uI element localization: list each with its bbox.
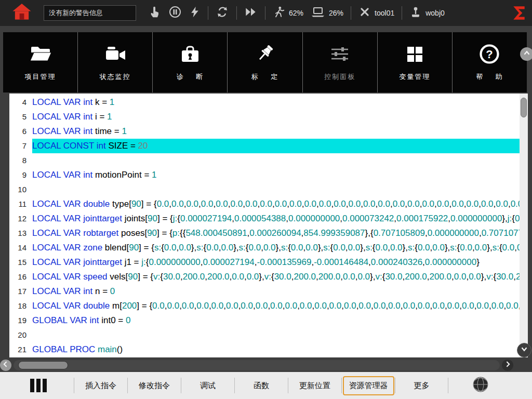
menu-item-label: 调试 [200, 381, 216, 391]
line-number: 12 [9, 211, 32, 226]
tool-selector[interactable]: tool01 [358, 6, 394, 20]
loop-mode-button[interactable] [216, 5, 229, 21]
menu-item-debug[interactable]: 调试 [181, 378, 234, 393]
bottom-menu-bar: 插入指令 修改指令 调试 函数 更新位置 资源管理器 更多 [0, 372, 532, 399]
line-number: 8 [9, 153, 32, 168]
home-button[interactable] [10, 3, 33, 23]
code-line[interactable]: 14LOCAL VAR zone blend[90] = {s:{0.0,0.0… [9, 241, 520, 255]
line-number: 17 [9, 284, 32, 299]
menu-item-more[interactable]: 更多 [395, 378, 448, 393]
vertical-scrollbar[interactable] [520, 94, 528, 357]
system-load-value: 26% [329, 9, 343, 17]
toolbar-item-variable-management[interactable]: 变量管理 [377, 32, 452, 92]
hand-teach-button[interactable] [149, 6, 161, 20]
code-line[interactable]: 10 [9, 182, 520, 197]
scroll-right-button[interactable] [502, 360, 513, 371]
workobject-selector[interactable]: wobj0 [409, 5, 445, 21]
toolbar-item-calibration[interactable]: 标 定 [227, 32, 302, 92]
code-line[interactable]: 6LOCAL VAR int time = 1 [9, 124, 520, 139]
code-text [32, 182, 520, 197]
code-text: LOCAL VAR double type[90] = {0.0,0.0,0.0… [32, 197, 520, 211]
language-globe-button[interactable] [472, 376, 489, 395]
scroll-up-button[interactable] [520, 47, 532, 61]
toolbar-item-label: 标 定 [251, 72, 278, 82]
menu-item-modify-instruction[interactable]: 修改指令 [127, 378, 181, 393]
code-text: LOCAL VAR int i = 1 [32, 110, 520, 124]
chevron-left-icon [2, 360, 10, 370]
toolbar-item-help[interactable]: ? 帮 助 [452, 32, 527, 92]
step-mode-button[interactable] [244, 6, 258, 20]
code-line[interactable]: 20 [9, 328, 520, 342]
code-text: GLOBAL VAR int int0 = 0 [32, 313, 520, 328]
help-icon: ? [476, 43, 502, 68]
code-line[interactable]: 9LOCAL VAR int motionPoint = 1 [9, 168, 520, 182]
line-number: 14 [9, 241, 32, 255]
pause-button[interactable] [168, 5, 182, 21]
code-line[interactable]: 12LOCAL VAR jointtarget joints[90] = {j:… [9, 211, 520, 226]
toolbar-item-label: 项目管理 [25, 72, 56, 82]
code-line[interactable]: 4LOCAL VAR int k = 1 [9, 95, 520, 110]
horizontal-scrollbar-thumb[interactable] [18, 361, 68, 369]
code-text: GLOBAL PROC main() [32, 342, 520, 357]
program-editor[interactable]: 4LOCAL VAR int k = 15LOCAL VAR int i = 1… [9, 94, 520, 357]
menu-item-function[interactable]: 函数 [234, 378, 288, 393]
code-line[interactable]: 7LOCAL CONST int SIZE = 20 [9, 139, 520, 153]
svg-text:?: ? [486, 48, 493, 61]
system-load-indicator[interactable]: 26% [311, 6, 343, 20]
speed-ratio-value: 62% [289, 9, 303, 17]
code-line[interactable]: 17LOCAL VAR int n = 0 [9, 284, 520, 299]
globe-icon [472, 376, 489, 395]
tool-name: tool01 [375, 9, 394, 17]
menu-item-label: 修改指令 [139, 381, 170, 391]
line-number: 9 [9, 168, 32, 182]
speed-ratio-control[interactable]: 62% [273, 5, 303, 21]
power-button[interactable] [189, 5, 201, 21]
scroll-down-button[interactable] [517, 343, 531, 357]
medical-bag-icon [177, 43, 203, 68]
pause-icon [168, 5, 182, 21]
code-line[interactable]: 15LOCAL VAR jointtarget j1 = j:{0.000000… [9, 255, 520, 270]
folder-icon [28, 43, 54, 68]
code-text: LOCAL VAR int k = 1 [32, 95, 520, 110]
code-line[interactable]: 18LOCAL VAR double m[200] = {0.0,0.0,0.0… [9, 299, 520, 313]
code-text: LOCAL CONST int SIZE = 20 [32, 139, 520, 153]
code-line[interactable]: 11LOCAL VAR double type[90] = {0.0,0.0,0… [9, 197, 520, 211]
virtual-keyboard-button[interactable] [30, 379, 47, 392]
line-number: 18 [9, 299, 32, 313]
toolbar-item-project-management[interactable]: 项目管理 [3, 32, 77, 92]
code-text: LOCAL VAR double m[200] = {0.0,0.0,0.0,0… [32, 299, 520, 313]
toolbar-item-label: 变量管理 [399, 72, 430, 82]
menu-item-insert-instruction[interactable]: 插入指令 [74, 378, 127, 393]
scroll-left-button[interactable] [0, 360, 11, 371]
code-line[interactable]: 5LOCAL VAR int i = 1 [9, 110, 520, 124]
topbar-divider [208, 6, 208, 20]
line-number: 16 [9, 270, 32, 284]
hand-icon [149, 6, 161, 20]
toolbar-item-status-monitor[interactable]: 状态监控 [77, 32, 152, 92]
code-text [32, 328, 520, 342]
line-number: 21 [9, 342, 32, 357]
code-line[interactable]: 8 [9, 153, 520, 168]
code-text: LOCAL VAR jointtarget j1 = j:{0.00000000… [32, 255, 520, 270]
alarm-message-box[interactable]: 没有新的警告信息 [44, 5, 136, 21]
joystick-icon [409, 5, 422, 21]
line-number: 13 [9, 226, 32, 241]
code-line[interactable]: 21GLOBAL PROC main() [9, 342, 520, 357]
alarm-text: 没有新的警告信息 [49, 8, 103, 18]
chevron-up-icon [522, 48, 531, 60]
loop-icon [216, 5, 229, 21]
menu-item-update-position[interactable]: 更新位置 [288, 378, 341, 393]
line-number: 6 [9, 124, 32, 139]
code-line[interactable]: 19GLOBAL VAR int int0 = 0 [9, 313, 520, 328]
toolbar-item-control-panel[interactable]: 控制面板 [302, 32, 377, 92]
horizontal-scrollbar[interactable] [14, 360, 500, 370]
toolbar-item-label: 帮 助 [476, 72, 503, 82]
code-line[interactable]: 16LOCAL VAR speed vels[90] = {v:{30.0,20… [9, 270, 520, 284]
topbar-divider [351, 6, 351, 20]
menu-item-resource-manager[interactable]: 资源管理器 [341, 378, 395, 393]
code-text: LOCAL VAR robtarget poses[90] = {p:{{548… [32, 226, 520, 241]
toolbar-item-diagnosis[interactable]: 诊 断 [152, 32, 227, 92]
vertical-scrollbar-thumb[interactable] [521, 98, 527, 117]
line-number: 11 [9, 197, 32, 211]
code-line[interactable]: 13LOCAL VAR robtarget poses[90] = {p:{{5… [9, 226, 520, 241]
